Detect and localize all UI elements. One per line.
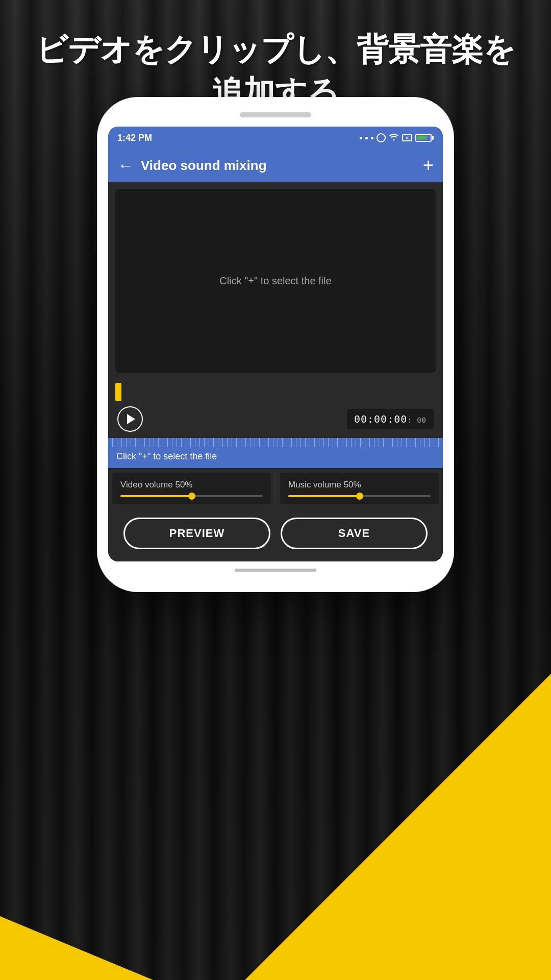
signal-x-icon: ✕	[402, 134, 412, 141]
back-button[interactable]: ←	[117, 156, 134, 175]
app-title: Video sound mixing	[141, 158, 423, 174]
save-button[interactable]: SAVE	[281, 518, 428, 549]
music-volume-thumb[interactable]	[356, 493, 363, 500]
music-volume-label: Music volume 50%	[288, 480, 431, 490]
music-track-bar: Click "+" to select the file	[108, 438, 443, 469]
status-time: 1:42 PM	[117, 133, 152, 143]
video-volume-thumb[interactable]	[188, 493, 195, 500]
video-volume-label: Video volume 50%	[120, 480, 263, 490]
add-file-button[interactable]: +	[423, 155, 434, 176]
track-ruler	[108, 438, 443, 447]
preview-button[interactable]: PREVIEW	[123, 518, 270, 549]
timecode-display: 00:00:00: 00	[347, 409, 434, 429]
volume-divider	[275, 470, 276, 507]
scrubber-area	[108, 380, 443, 402]
battery-icon	[415, 134, 434, 142]
volume-section: Video volume 50% Music volume 50%	[108, 469, 443, 508]
music-volume-slider[interactable]	[288, 495, 431, 497]
timecode-main: 00:00:00	[354, 413, 407, 425]
controls-area: 00:00:00: 00	[108, 402, 443, 438]
video-volume-slider[interactable]	[120, 495, 263, 497]
music-volume-fill	[288, 495, 360, 497]
wifi-icon	[389, 133, 399, 143]
music-volume-box: Music volume 50%	[280, 473, 439, 504]
home-indicator	[235, 569, 316, 572]
video-placeholder: Click "+" to select the file	[219, 275, 331, 287]
video-volume-fill	[120, 495, 192, 497]
scrubber-thumb[interactable]	[115, 383, 121, 401]
track-label[interactable]: Click "+" to select the file	[108, 447, 443, 468]
ruler-ticks	[108, 438, 443, 447]
app-bar: ← Video sound mixing +	[108, 149, 443, 182]
signal-dot-3	[371, 137, 373, 139]
phone-mockup: 1:42 PM ✕	[97, 97, 454, 592]
status-icons: ✕	[360, 133, 434, 143]
status-bar: 1:42 PM ✕	[108, 127, 443, 149]
signal-dot-2	[365, 137, 368, 139]
timecode-frames: : 00	[407, 416, 427, 424]
video-preview[interactable]: Click "+" to select the file	[115, 189, 436, 373]
phone-screen: 1:42 PM ✕	[108, 127, 443, 561]
alarm-icon	[377, 133, 386, 142]
play-icon	[127, 414, 135, 424]
video-volume-box: Video volume 50%	[112, 473, 271, 504]
play-button[interactable]	[117, 406, 143, 432]
phone-body: 1:42 PM ✕	[97, 97, 454, 592]
phone-speaker	[240, 112, 311, 117]
signal-dot-1	[360, 137, 362, 139]
action-buttons: PREVIEW SAVE	[108, 508, 443, 561]
